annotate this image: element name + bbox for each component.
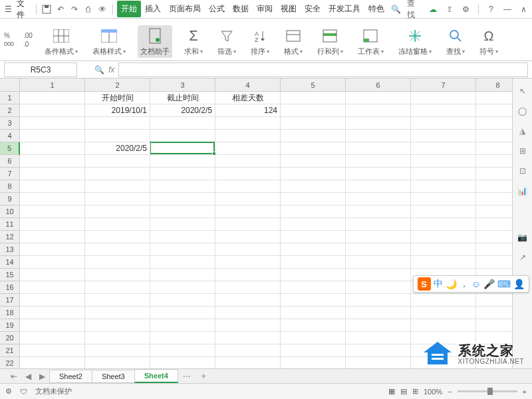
cell[interactable] xyxy=(85,332,150,344)
row-header[interactable]: 12 xyxy=(0,231,20,243)
decimal-group[interactable]: .00 .0 xyxy=(23,21,33,58)
cell[interactable] xyxy=(150,256,215,269)
doc-helper-button[interactable]: 文档助手 xyxy=(138,25,172,58)
cell[interactable] xyxy=(150,344,215,357)
cell[interactable] xyxy=(85,307,150,319)
freeze-button[interactable]: 冻结窗格▾ xyxy=(396,25,434,58)
cell[interactable] xyxy=(150,243,215,256)
mic-icon[interactable]: 🎤 xyxy=(483,279,495,289)
row-header[interactable]: 19 xyxy=(0,319,20,332)
cell[interactable] xyxy=(85,218,150,231)
cell[interactable] xyxy=(346,269,411,281)
cell[interactable] xyxy=(346,281,411,294)
cell[interactable] xyxy=(150,269,215,281)
sheet-tab[interactable]: Sheet2 xyxy=(49,370,92,383)
settings-icon[interactable]: ⚙ xyxy=(460,3,471,15)
cond-format-button[interactable]: 条件格式▾ xyxy=(42,25,80,58)
cell[interactable] xyxy=(150,281,215,294)
row-header[interactable]: 7 xyxy=(0,168,20,180)
camera-icon[interactable]: 📷 xyxy=(517,231,529,243)
triangle-icon[interactable]: ◮ xyxy=(517,125,529,137)
row-header[interactable]: 2 xyxy=(0,104,20,117)
save-icon[interactable] xyxy=(41,3,52,15)
cell[interactable] xyxy=(215,269,281,281)
cell-value[interactable]: 开始时间 xyxy=(85,92,150,104)
chart-icon[interactable]: 📊 xyxy=(517,185,529,197)
cell[interactable] xyxy=(85,344,150,357)
cell[interactable] xyxy=(85,243,150,256)
cell[interactable] xyxy=(281,243,346,256)
tab-start[interactable]: 开始 xyxy=(117,1,141,17)
cell[interactable] xyxy=(411,142,476,155)
tab-review[interactable]: 审阅 xyxy=(253,1,277,17)
cell[interactable] xyxy=(85,117,150,130)
row-header[interactable]: 10 xyxy=(0,205,20,218)
cell[interactable] xyxy=(215,193,281,205)
cell[interactable] xyxy=(215,243,281,256)
grid-panel-icon[interactable]: ⊞ xyxy=(517,145,529,157)
formula-input[interactable] xyxy=(118,63,528,77)
cell[interactable] xyxy=(411,104,476,117)
cell[interactable] xyxy=(281,92,346,104)
print-icon[interactable]: ⎙ xyxy=(82,3,94,15)
cell[interactable] xyxy=(20,256,85,269)
cell[interactable] xyxy=(150,205,215,218)
cell[interactable] xyxy=(20,294,85,307)
find-button[interactable]: 查找▾ xyxy=(444,25,467,58)
tab-special[interactable]: 特色 xyxy=(364,1,388,17)
col-header[interactable]: 2 xyxy=(85,78,150,92)
cell[interactable] xyxy=(346,117,411,130)
cell[interactable] xyxy=(215,218,281,231)
cell[interactable] xyxy=(20,307,85,319)
row-header[interactable]: 20 xyxy=(0,332,20,344)
fx-icon[interactable]: fx xyxy=(108,65,114,74)
col-header[interactable]: 4 xyxy=(215,78,281,92)
col-header[interactable]: 1 xyxy=(20,78,85,92)
cell-value[interactable]: 相差天数 xyxy=(215,92,281,104)
cell[interactable] xyxy=(281,193,346,205)
filter-button[interactable]: 筛选▾ xyxy=(215,25,239,58)
cell[interactable] xyxy=(346,168,411,180)
tab-formula[interactable]: 公式 xyxy=(205,1,229,17)
cell-value[interactable]: 2020/2/5 xyxy=(150,104,215,117)
cell[interactable] xyxy=(281,256,346,269)
cell[interactable] xyxy=(85,180,150,193)
cell[interactable] xyxy=(20,104,85,117)
col-header[interactable]: 5 xyxy=(281,78,346,92)
cell[interactable] xyxy=(281,319,346,332)
rowcol-button[interactable]: 行和列▾ xyxy=(315,25,346,58)
cell[interactable] xyxy=(150,218,215,231)
zoom-out-button[interactable]: − xyxy=(448,388,452,396)
cell[interactable] xyxy=(411,218,476,231)
cell[interactable] xyxy=(346,180,411,193)
cell[interactable] xyxy=(281,307,346,319)
row-header[interactable]: 4 xyxy=(0,130,20,142)
cell-value[interactable]: 2019/10/1 xyxy=(85,104,150,117)
sheet-tab-active[interactable]: Sheet4 xyxy=(134,369,178,383)
cell[interactable] xyxy=(411,256,476,269)
cell[interactable] xyxy=(346,332,411,344)
view-page-icon[interactable]: ▤ xyxy=(400,387,407,396)
cell[interactable] xyxy=(346,193,411,205)
smile-icon[interactable]: ☺ xyxy=(471,279,481,289)
symbol-button[interactable]: Ω 符号▾ xyxy=(477,25,501,58)
cell[interactable] xyxy=(150,294,215,307)
row-header[interactable]: 14 xyxy=(0,256,20,269)
sheet-tab[interactable]: Sheet3 xyxy=(92,370,135,383)
cell[interactable] xyxy=(346,218,411,231)
row-header[interactable]: 6 xyxy=(0,155,20,168)
cell[interactable] xyxy=(150,142,215,155)
zoom-value[interactable]: 100% xyxy=(424,388,442,396)
cell[interactable] xyxy=(346,142,411,155)
add-sheet-button[interactable]: + xyxy=(196,372,211,381)
tab-view[interactable]: 视图 xyxy=(277,1,301,17)
dots-icon[interactable]: ⊡ xyxy=(517,165,529,177)
cell-value[interactable]: 截止时间 xyxy=(150,92,215,104)
cell[interactable] xyxy=(215,231,281,243)
comma-icon[interactable]: ， xyxy=(460,278,469,290)
sort-button[interactable]: AZ 排序▾ xyxy=(248,25,272,58)
cell[interactable] xyxy=(281,130,346,142)
sum-button[interactable]: Σ 求和▾ xyxy=(182,25,205,58)
cell[interactable] xyxy=(150,231,215,243)
ime-bar[interactable]: S 中 🌙 ， ☺ 🎤 ⌨ 👤 xyxy=(413,275,529,293)
